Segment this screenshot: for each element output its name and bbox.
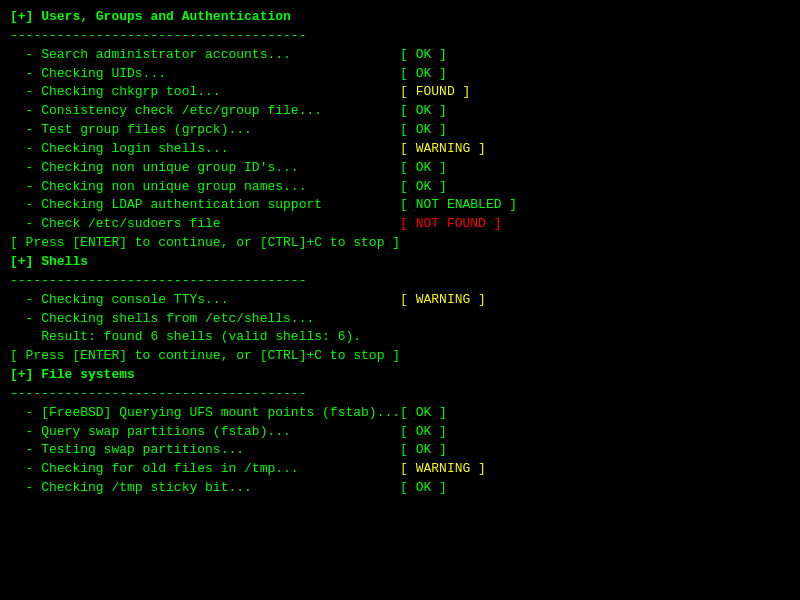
list-item: Result: found 6 shells (valid shells: 6)… [10,328,790,347]
list-item: - Checking chkgrp tool... [ FOUND ] [10,83,790,102]
item-label: - Checking console TTYs... [10,292,400,307]
terminal-output: [+] Users, Groups and Authentication----… [10,8,790,498]
list-item: - Checking login shells... [ WARNING ] [10,140,790,159]
section-separator-file-systems: -------------------------------------- [10,385,790,404]
item-label: - Checking /tmp sticky bit... [10,480,400,495]
item-status: [ OK ] [400,103,447,118]
list-item: - Checking console TTYs... [ WARNING ] [10,291,790,310]
item-status: [ OK ] [400,66,447,81]
item-status: [ OK ] [400,160,447,175]
item-status: [ OK ] [400,47,447,62]
continue-prompt-users-groups-auth[interactable]: [ Press [ENTER] to continue, or [CTRL]+C… [10,234,790,253]
item-label: - Checking LDAP authentication support [10,197,400,212]
list-item: - [FreeBSD] Querying UFS mount points (f… [10,404,790,423]
list-item: - Consistency check /etc/group file... [… [10,102,790,121]
list-item: - Checking LDAP authentication support [… [10,196,790,215]
item-status: [ FOUND ] [400,84,470,99]
item-label: - Search administrator accounts... [10,47,400,62]
item-status: [ OK ] [400,442,447,457]
section-separator-shells: -------------------------------------- [10,272,790,291]
item-label: - Check /etc/sudoers file [10,216,400,231]
list-item: - Checking shells from /etc/shells... [10,310,790,329]
item-label: - [FreeBSD] Querying UFS mount points (f… [10,405,400,420]
list-item: - Checking non unique group names... [ O… [10,178,790,197]
item-status: [ OK ] [400,179,447,194]
section-header-shells: [+] Shells [10,253,790,272]
item-status: [ OK ] [400,405,447,420]
item-status: [ WARNING ] [400,292,486,307]
item-label: - Testing swap partitions... [10,442,400,457]
item-label: - Checking for old files in /tmp... [10,461,400,476]
section-separator-users-groups-auth: -------------------------------------- [10,27,790,46]
item-label: - Checking UIDs... [10,66,400,81]
item-status: [ WARNING ] [400,141,486,156]
list-item: - Checking /tmp sticky bit... [ OK ] [10,479,790,498]
list-item: - Checking UIDs... [ OK ] [10,65,790,84]
section-header-file-systems: [+] File systems [10,366,790,385]
item-label: - Checking chkgrp tool... [10,84,400,99]
list-item: - Search administrator accounts... [ OK … [10,46,790,65]
item-label: - Test group files (grpck)... [10,122,400,137]
item-status: [ OK ] [400,480,447,495]
list-item: - Checking for old files in /tmp... [ WA… [10,460,790,479]
item-label: - Consistency check /etc/group file... [10,103,400,118]
section-header-users-groups-auth: [+] Users, Groups and Authentication [10,8,790,27]
item-status: [ OK ] [400,122,447,137]
item-label: - Checking login shells... [10,141,400,156]
item-label: - Checking non unique group names... [10,179,400,194]
item-label: - Query swap partitions (fstab)... [10,424,400,439]
item-label: - Checking non unique group ID's... [10,160,400,175]
list-item: - Check /etc/sudoers file [ NOT FOUND ] [10,215,790,234]
continue-prompt-shells[interactable]: [ Press [ENTER] to continue, or [CTRL]+C… [10,347,790,366]
list-item: - Test group files (grpck)... [ OK ] [10,121,790,140]
item-status: [ NOT ENABLED ] [400,197,517,212]
item-status: [ WARNING ] [400,461,486,476]
list-item: - Checking non unique group ID's... [ OK… [10,159,790,178]
list-item: - Query swap partitions (fstab)... [ OK … [10,423,790,442]
item-status: [ OK ] [400,424,447,439]
list-item: - Testing swap partitions... [ OK ] [10,441,790,460]
item-status: [ NOT FOUND ] [400,216,501,231]
